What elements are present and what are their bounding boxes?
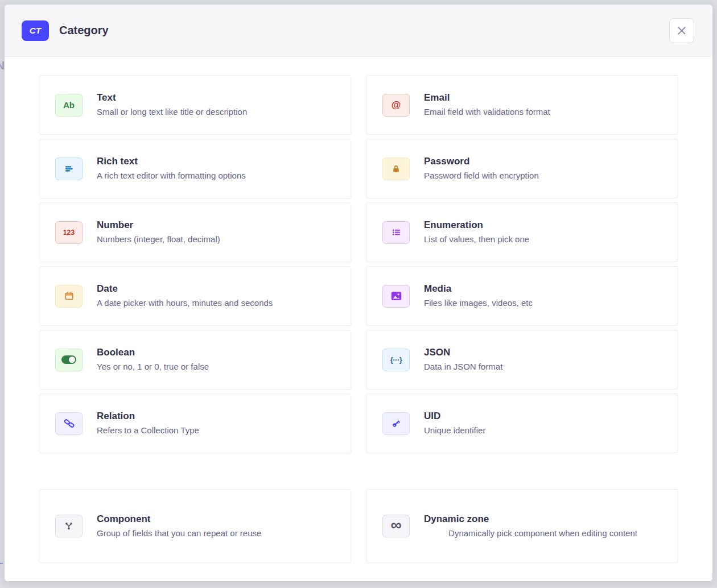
branch-icon: [55, 515, 83, 537]
field-card-richtext[interactable]: Rich text A rich text editor with format…: [39, 139, 351, 198]
field-description: Dynamically pick component when editing …: [424, 528, 662, 539]
bullet-list-icon: [382, 221, 410, 244]
field-title: Media: [424, 283, 662, 295]
field-card-boolean[interactable]: Boolean Yes or no, 1 or 0, true or false: [39, 330, 351, 390]
lock-icon: [382, 158, 410, 180]
field-description: A rich text editor with formatting optio…: [97, 170, 335, 181]
field-card-media[interactable]: Media Files like images, videos, etc: [366, 266, 678, 326]
field-description: Yes or no, 1 or 0, true or false: [97, 361, 335, 372]
field-card-enumeration[interactable]: Enumeration List of values, then pick on…: [366, 202, 678, 262]
field-description: Numbers (integer, float, decimal): [97, 234, 335, 245]
field-description: Files like images, videos, etc: [424, 297, 662, 309]
field-description: Refers to a Collection Type: [97, 425, 335, 436]
field-description: Password field with encryption: [424, 170, 662, 181]
field-description: List of values, then pick one: [424, 234, 662, 245]
content-type-badge: CT: [22, 20, 49, 41]
field-title: Rich text: [97, 156, 335, 167]
toggle-icon: [55, 349, 83, 371]
field-title: UID: [424, 411, 662, 422]
field-card-number[interactable]: 123 Number Numbers (integer, float, deci…: [39, 202, 351, 262]
field-type-modal: CT Category Ab Text Small or long text l…: [5, 5, 712, 581]
field-card-date[interactable]: Date A date picker with hours, minutes a…: [39, 266, 351, 326]
close-icon: [675, 24, 688, 37]
background-partial-plus: +: [0, 556, 3, 572]
field-description: Email field with validations format: [424, 106, 662, 118]
field-title: Email: [424, 92, 662, 103]
field-title: Number: [97, 220, 335, 231]
field-title: JSON: [424, 347, 662, 358]
paragraph-lines-icon: [55, 158, 83, 180]
chain-link-icon: [55, 412, 83, 435]
field-card-email[interactable]: @ Email Email field with validations for…: [366, 75, 678, 135]
field-type-list: Ab Text Small or long text like title or…: [5, 57, 712, 581]
field-title: Text: [97, 92, 335, 103]
calendar-icon: [55, 285, 83, 308]
field-card-password[interactable]: Password Password field with encryption: [366, 139, 678, 198]
modal-title: Category: [59, 24, 109, 37]
field-title: Boolean: [97, 347, 335, 358]
ab-text-icon: Ab: [55, 94, 83, 117]
background-partial-text: N: [0, 59, 5, 72]
field-title: Component: [97, 514, 335, 525]
key-icon: [382, 412, 410, 435]
modal-header: CT Category: [5, 5, 712, 57]
field-description: Data in JSON format: [424, 361, 662, 372]
field-title: Enumeration: [424, 220, 662, 231]
one-two-three-icon: 123: [55, 221, 83, 244]
infinity-icon: ∞: [382, 515, 410, 537]
field-title: Date: [97, 283, 335, 295]
field-card-uid[interactable]: UID Unique identifier: [366, 394, 678, 453]
field-title: Dynamic zone: [424, 514, 662, 525]
field-card-relation[interactable]: Relation Refers to a Collection Type: [39, 394, 351, 453]
braces-icon: {···}: [382, 349, 410, 371]
close-button[interactable]: [669, 18, 694, 43]
picture-icon: [382, 285, 410, 308]
default-fields-grid: Ab Text Small or long text like title or…: [39, 75, 678, 453]
field-title: Relation: [97, 411, 335, 422]
field-card-component[interactable]: Component Group of fields that you can r…: [39, 489, 351, 563]
advanced-fields-grid: Component Group of fields that you can r…: [39, 489, 678, 563]
field-card-text[interactable]: Ab Text Small or long text like title or…: [39, 75, 351, 135]
at-sign-icon: @: [382, 94, 410, 117]
field-description: Group of fields that you can repeat or r…: [97, 528, 335, 539]
field-title: Password: [424, 156, 662, 167]
field-description: Unique identifier: [424, 425, 662, 436]
field-card-dynamiczone[interactable]: ∞ Dynamic zone Dynamically pick componen…: [366, 489, 678, 563]
field-description: A date picker with hours, minutes and se…: [97, 297, 335, 309]
field-card-json[interactable]: {···} JSON Data in JSON format: [366, 330, 678, 390]
field-description: Small or long text like title or descrip…: [97, 106, 335, 118]
